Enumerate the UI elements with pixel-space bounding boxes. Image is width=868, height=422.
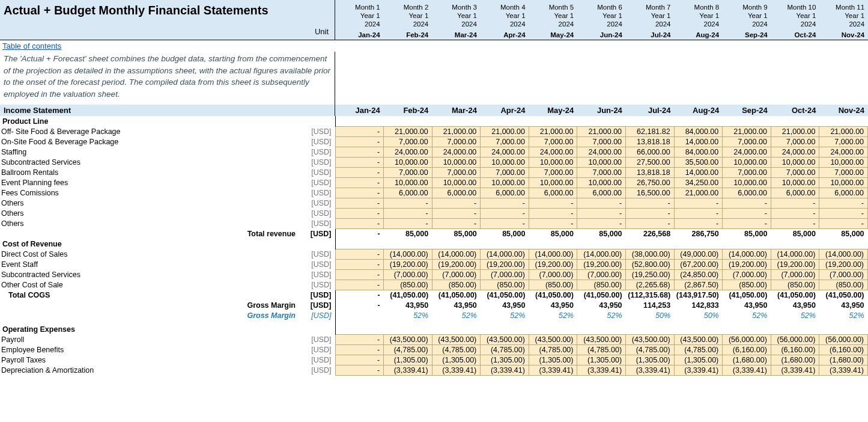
row-unit: [USD]: [299, 280, 335, 290]
cell: 24,000.00: [771, 147, 819, 157]
section-month-col: Jul-24: [626, 105, 675, 116]
cell: -: [335, 208, 384, 218]
cell: 27,500.00: [626, 157, 675, 167]
cell: (43,500.00): [626, 334, 675, 344]
cell: 85,000: [771, 228, 819, 239]
cell: 10,000.00: [432, 157, 481, 167]
cell: [674, 324, 723, 334]
financial-grid: Product LineOff- Site Food & Beverage Pa…: [0, 116, 868, 376]
cell: 24,000.00: [577, 147, 626, 157]
cell: (14,000.00): [819, 249, 868, 259]
period-header-col: Month 5Year 12024May-24: [529, 0, 578, 40]
cell: (7,000.00): [481, 269, 529, 280]
cell: 226,568: [626, 228, 675, 239]
row-unit: [USD]: [299, 365, 335, 375]
cell: 85,000: [529, 228, 577, 239]
row-label: Event Staff: [0, 259, 299, 269]
cell: 85,000: [577, 228, 626, 239]
row-label: Other Cost of Sale: [0, 280, 299, 290]
cost-row: Direct Cost of Sales[USD]-(14,000.00)(14…: [0, 249, 868, 259]
cell: -: [771, 208, 819, 218]
row-label: Gross Margin: [0, 300, 299, 310]
cell: (41,050.00): [384, 290, 432, 300]
cell: 43,950: [723, 300, 771, 310]
cell: -: [335, 259, 384, 269]
cell: 13,818.18: [626, 136, 675, 147]
period-header-col: Month 6Year 12024Jun-24: [577, 0, 626, 40]
row-label: Total revenue: [0, 228, 299, 239]
cell: 85,000: [819, 228, 868, 239]
cell: [529, 116, 577, 126]
cell: 21,000.00: [674, 188, 723, 198]
page-title: Actual + Budget Monthly Financial Statem…: [4, 2, 331, 17]
cell: -: [335, 249, 384, 259]
cell: (41,050.00): [432, 290, 481, 300]
cell: (49,000.00): [674, 249, 723, 259]
section-month-col: Sep-24: [723, 105, 771, 116]
cell: 7,000.00: [771, 136, 819, 147]
cell: (7,000.00): [771, 269, 819, 280]
cell: 14,000.00: [674, 167, 723, 177]
toc-link[interactable]: Table of contents: [0, 40, 64, 52]
cell: (19,200.00): [819, 259, 868, 269]
row-label: Direct Cost of Sales: [0, 249, 299, 259]
cell: (4,785.00): [481, 344, 529, 355]
product-row: Ballroom Rentals[USD]-7,000.007,000.007,…: [0, 167, 868, 177]
product-row: On-Site Food & Beverage Package[USD]-7,0…: [0, 136, 868, 147]
product-row: Event Planning fees[USD]-10,000.0010,000…: [0, 177, 868, 188]
cell: -: [481, 208, 529, 218]
row-unit: [USD]: [299, 157, 335, 167]
row-unit: [USD]: [299, 269, 335, 280]
row-unit: [USD]: [299, 208, 335, 218]
cell: -: [432, 198, 481, 208]
row-unit: [299, 324, 335, 334]
cell: [481, 324, 529, 334]
gross-margin-row: Gross Margin[USD]-43,95043,95043,95043,9…: [0, 300, 868, 310]
header-band: Actual + Budget Monthly Financial Statem…: [0, 0, 868, 40]
row-label: Payroll Taxes: [0, 355, 299, 365]
cell: (7,000.00): [384, 269, 432, 280]
cell: -: [819, 208, 868, 218]
cell: -: [481, 198, 529, 208]
cell: (43,500.00): [577, 334, 626, 344]
cell: 7,000.00: [384, 136, 432, 147]
cell: 43,950: [819, 300, 868, 310]
row-unit: [USD]: [299, 177, 335, 188]
cell: 10,000.00: [529, 157, 577, 167]
row-unit: [USD]: [299, 310, 335, 320]
row-unit: [299, 239, 335, 249]
row-unit: [USD]: [299, 344, 335, 355]
cell: [771, 324, 819, 334]
period-header-col: Month 4Year 12024Apr-24: [481, 0, 529, 40]
cell: (3,339.41): [819, 365, 868, 375]
cell: 7,000.00: [529, 136, 577, 147]
cell: -: [335, 228, 384, 239]
cell: (43,500.00): [432, 334, 481, 344]
cell: 85,000: [723, 228, 771, 239]
cell: -: [626, 198, 675, 208]
cell: -: [529, 208, 577, 218]
cell: 52%: [771, 310, 819, 320]
cell: 85,000: [481, 228, 529, 239]
sheet-description: The 'Actual + Forecast' sheet combines t…: [0, 52, 335, 105]
cell: (19,200.00): [529, 259, 577, 269]
cell: 52%: [529, 310, 577, 320]
cell: (14,000.00): [384, 249, 432, 259]
cell: -: [577, 208, 626, 218]
cell: (850.00): [577, 280, 626, 290]
cell: 24,000.00: [384, 147, 432, 157]
cell: -: [481, 218, 529, 228]
cell: (38,000.00): [626, 249, 675, 259]
cell: [626, 324, 675, 334]
cell: 24,000.00: [481, 147, 529, 157]
cell: -: [529, 218, 577, 228]
row-unit: [USD]: [299, 334, 335, 344]
row-unit: [USD]: [299, 126, 335, 136]
cell: 6,000.00: [384, 188, 432, 198]
cell: 21,000.00: [723, 126, 771, 136]
cell: (43,500.00): [481, 334, 529, 344]
cell: [626, 239, 675, 249]
opex-row: Employee Benefits[USD]-(4,785.00)(4,785.…: [0, 344, 868, 355]
cell: (19,200.00): [384, 259, 432, 269]
cell: 10,000.00: [771, 157, 819, 167]
